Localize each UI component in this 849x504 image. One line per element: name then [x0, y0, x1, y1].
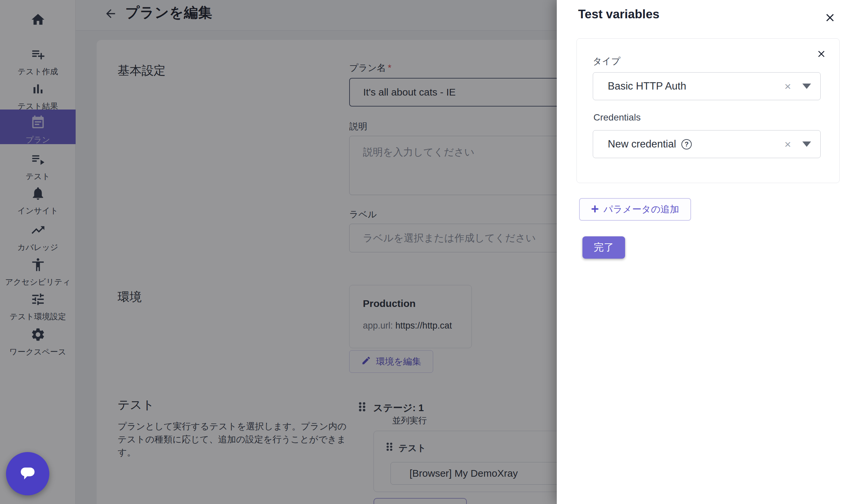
chevron-down-icon[interactable]	[802, 84, 811, 89]
done-button[interactable]: 完了	[583, 236, 625, 259]
panel-title: Test variables	[578, 7, 659, 21]
chat-bubble-icon	[17, 462, 39, 485]
add-parameter-button[interactable]: + パラメータの追加	[579, 198, 691, 221]
type-label: タイプ	[593, 55, 620, 67]
variable-card-close-button[interactable]	[816, 49, 827, 60]
close-icon	[816, 55, 827, 60]
variable-card: タイプ Basic HTTP Auth × Credentials New cr…	[576, 38, 840, 183]
type-select-value: Basic HTTP Auth	[608, 80, 784, 92]
test-variables-panel: Test variables タイプ Basic HTTP Auth × Cre…	[557, 0, 849, 504]
app-window: プランを編集 テスト作成 テスト結果 プラン テスト インサイト カバレッジ	[0, 0, 849, 504]
help-icon[interactable]: ?	[681, 139, 692, 149]
clear-icon[interactable]: ×	[784, 138, 791, 151]
chat-widget-button[interactable]	[6, 452, 49, 496]
credentials-label: Credentials	[593, 112, 641, 123]
plus-icon: +	[591, 202, 599, 215]
chevron-down-icon[interactable]	[802, 142, 811, 147]
add-parameter-label: パラメータの追加	[603, 203, 679, 216]
credentials-select-value: New credential ?	[608, 138, 784, 150]
clear-icon[interactable]: ×	[784, 80, 791, 93]
close-icon	[824, 19, 836, 25]
done-label: 完了	[594, 241, 614, 254]
panel-close-button[interactable]	[824, 11, 836, 25]
type-select[interactable]: Basic HTTP Auth ×	[593, 72, 821, 100]
credentials-select[interactable]: New credential ? ×	[593, 130, 821, 158]
